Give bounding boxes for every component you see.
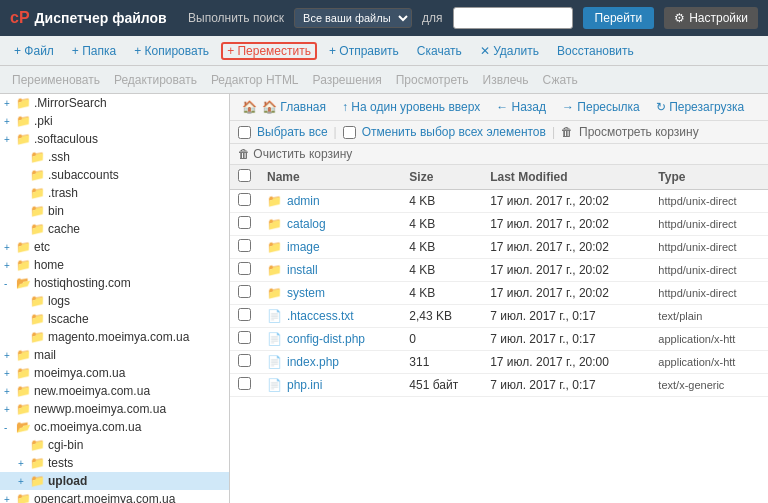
- table-header[interactable]: Last Modified: [482, 165, 650, 190]
- table-row[interactable]: 📄index.php31117 июл. 2017 г., 20:00appli…: [230, 351, 768, 374]
- search-scope-select[interactable]: Все ваши файлы: [294, 8, 412, 28]
- file-name[interactable]: 📄.htaccess.txt: [267, 309, 393, 323]
- sidebar-item[interactable]: +📁mail: [0, 346, 229, 364]
- table-row[interactable]: 📁system4 KB17 июл. 2017 г., 20:02httpd/u…: [230, 282, 768, 305]
- sidebar-toggle[interactable]: +: [18, 476, 28, 487]
- sidebar-item[interactable]: 📁logs: [0, 292, 229, 310]
- home-button[interactable]: 🏠 🏠 Главная: [238, 98, 330, 116]
- file-name[interactable]: 📁system: [267, 286, 393, 300]
- view-button[interactable]: Просмотреть: [392, 71, 473, 89]
- select-all-button[interactable]: Выбрать все: [257, 125, 328, 139]
- deselect-checkbox[interactable]: [343, 126, 356, 139]
- table-row[interactable]: 📁install4 KB17 июл. 2017 г., 20:02httpd/…: [230, 259, 768, 282]
- sidebar-item[interactable]: 📁magento.moeimya.com.ua: [0, 328, 229, 346]
- new-file-button[interactable]: + Файл: [8, 42, 60, 60]
- go-button[interactable]: Перейти: [583, 7, 655, 29]
- sidebar-item[interactable]: +📁.softaculous: [0, 130, 229, 148]
- compress-button[interactable]: Сжать: [539, 71, 582, 89]
- send-button[interactable]: + Отправить: [323, 42, 405, 60]
- sidebar-item[interactable]: +📁opencart.moeimya.com.ua: [0, 490, 229, 503]
- edit-button[interactable]: Редактировать: [110, 71, 201, 89]
- download-button[interactable]: Скачать: [411, 42, 468, 60]
- file-name[interactable]: 📄index.php: [267, 355, 393, 369]
- view-trash-button[interactable]: Просмотреть корзину: [579, 125, 699, 139]
- select-all-checkbox[interactable]: [238, 126, 251, 139]
- sidebar-item[interactable]: +📁.pki: [0, 112, 229, 130]
- row-checkbox[interactable]: [238, 216, 251, 229]
- up-button[interactable]: ↑ На один уровень вверх: [338, 98, 484, 116]
- sidebar-toggle[interactable]: +: [4, 242, 14, 253]
- permissions-button[interactable]: Разрешения: [309, 71, 386, 89]
- move-button[interactable]: + Переместить: [221, 42, 317, 60]
- sidebar-item[interactable]: +📁home: [0, 256, 229, 274]
- sidebar-item[interactable]: 📁bin: [0, 202, 229, 220]
- table-row[interactable]: 📁image4 KB17 июл. 2017 г., 20:02httpd/un…: [230, 236, 768, 259]
- sidebar-item[interactable]: 📁cgi-bin: [0, 436, 229, 454]
- file-name[interactable]: 📄php.ini: [267, 378, 393, 392]
- table-header[interactable]: Name: [259, 165, 401, 190]
- html-editor-button[interactable]: Редактор HTML: [207, 71, 303, 89]
- clean-basket-button[interactable]: Очистить корзину: [253, 147, 352, 161]
- sidebar-toggle[interactable]: +: [4, 350, 14, 361]
- sidebar-item[interactable]: +📁.MirrorSearch: [0, 94, 229, 112]
- table-header[interactable]: Type: [650, 165, 768, 190]
- sidebar-toggle[interactable]: +: [4, 134, 14, 145]
- select-all-table-checkbox[interactable]: [238, 169, 251, 182]
- file-name[interactable]: 📄config-dist.php: [267, 332, 393, 346]
- sidebar-item[interactable]: +📁newwp.moeimya.com.ua: [0, 400, 229, 418]
- sidebar-toggle[interactable]: -: [4, 422, 14, 433]
- row-checkbox[interactable]: [238, 239, 251, 252]
- sidebar-item[interactable]: 📁.subaccounts: [0, 166, 229, 184]
- sidebar-item[interactable]: -📂oc.moeimya.com.ua: [0, 418, 229, 436]
- table-row[interactable]: 📁admin4 KB17 июл. 2017 г., 20:02httpd/un…: [230, 190, 768, 213]
- sidebar-toggle[interactable]: +: [4, 386, 14, 397]
- table-row[interactable]: 📄php.ini451 байт7 июл. 2017 г., 0:17text…: [230, 374, 768, 397]
- row-checkbox[interactable]: [238, 377, 251, 390]
- back-button[interactable]: ← Назад: [492, 98, 550, 116]
- row-checkbox[interactable]: [238, 285, 251, 298]
- settings-button[interactable]: ⚙ Настройки: [664, 7, 758, 29]
- table-header[interactable]: [230, 165, 259, 190]
- row-checkbox[interactable]: [238, 193, 251, 206]
- table-row[interactable]: 📁catalog4 KB17 июл. 2017 г., 20:02httpd/…: [230, 213, 768, 236]
- sidebar-item[interactable]: +📁new.moeimya.com.ua: [0, 382, 229, 400]
- sidebar-toggle[interactable]: +: [4, 98, 14, 109]
- sidebar-item[interactable]: +📁tests: [0, 454, 229, 472]
- restore-button[interactable]: Восстановить: [551, 42, 640, 60]
- sidebar-item[interactable]: 📁.ssh: [0, 148, 229, 166]
- reload-button[interactable]: ↻ Перезагрузка: [652, 98, 749, 116]
- extract-button[interactable]: Извлечь: [479, 71, 533, 89]
- row-checkbox[interactable]: [238, 308, 251, 321]
- sidebar-item[interactable]: +📁etc: [0, 238, 229, 256]
- file-name[interactable]: 📁install: [267, 263, 393, 277]
- sidebar-item[interactable]: +📁upload: [0, 472, 229, 490]
- sidebar-item[interactable]: -📂hostiqhosting.com: [0, 274, 229, 292]
- forward-button[interactable]: → Пересылка: [558, 98, 644, 116]
- row-checkbox[interactable]: [238, 331, 251, 344]
- sidebar-toggle[interactable]: +: [4, 368, 14, 379]
- sidebar-item[interactable]: 📁.trash: [0, 184, 229, 202]
- rename-button[interactable]: Переименовать: [8, 71, 104, 89]
- sidebar-toggle[interactable]: +: [18, 458, 28, 469]
- sidebar-item[interactable]: 📁lscache: [0, 310, 229, 328]
- new-folder-button[interactable]: + Папка: [66, 42, 122, 60]
- search-input[interactable]: [453, 7, 573, 29]
- sidebar-toggle[interactable]: +: [4, 116, 14, 127]
- row-checkbox[interactable]: [238, 354, 251, 367]
- deselect-all-button[interactable]: Отменить выбор всех элементов: [362, 125, 546, 139]
- copy-button[interactable]: + Копировать: [128, 42, 215, 60]
- sidebar-toggle[interactable]: +: [4, 404, 14, 415]
- table-row[interactable]: 📄.htaccess.txt2,43 KB7 июл. 2017 г., 0:1…: [230, 305, 768, 328]
- sidebar-toggle[interactable]: -: [4, 278, 14, 289]
- table-header[interactable]: Size: [401, 165, 482, 190]
- file-name[interactable]: 📁admin: [267, 194, 393, 208]
- sidebar-item[interactable]: +📁moeimya.com.ua: [0, 364, 229, 382]
- file-name[interactable]: 📁catalog: [267, 217, 393, 231]
- table-row[interactable]: 📄config-dist.php07 июл. 2017 г., 0:17app…: [230, 328, 768, 351]
- sidebar-toggle[interactable]: +: [4, 260, 14, 271]
- sidebar-item[interactable]: 📁cache: [0, 220, 229, 238]
- delete-button[interactable]: ✕ Удалить: [474, 42, 545, 60]
- file-name[interactable]: 📁image: [267, 240, 393, 254]
- row-checkbox[interactable]: [238, 262, 251, 275]
- sidebar-toggle[interactable]: +: [4, 494, 14, 504]
